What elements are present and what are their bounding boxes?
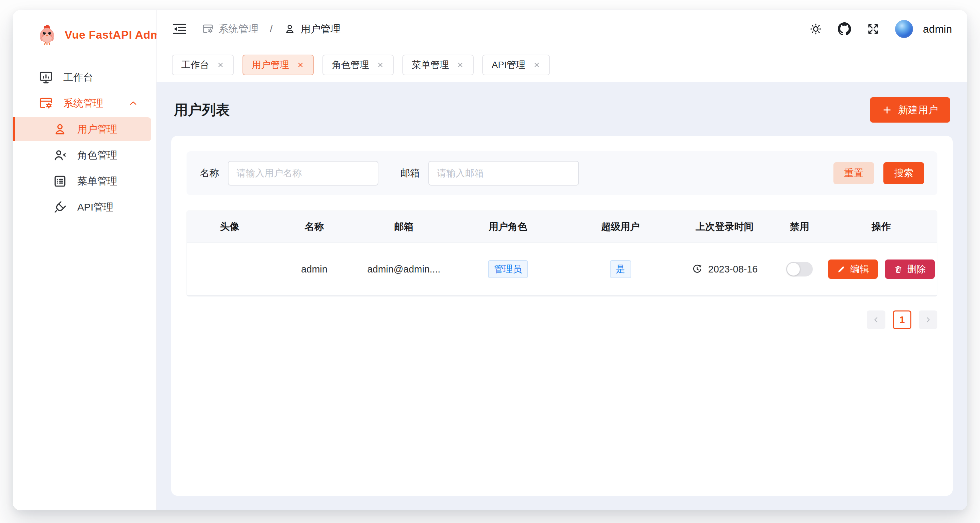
fullscreen-icon[interactable] xyxy=(866,22,880,36)
logo: Vue FastAPI Admin xyxy=(13,10,156,53)
table-row: admin admin@admin.... 管理员 是 xyxy=(187,243,937,296)
tab-api[interactable]: API管理 xyxy=(482,55,550,75)
col-disabled: 禁用 xyxy=(773,211,826,243)
sidebar-item-menus[interactable]: 菜单管理 xyxy=(13,169,151,193)
new-user-button[interactable]: 新建用户 xyxy=(870,97,950,122)
cell-superuser: 是 xyxy=(565,243,676,296)
plug-icon xyxy=(52,200,67,215)
breadcrumb-separator: / xyxy=(270,23,272,35)
name-filter-input[interactable] xyxy=(228,161,379,186)
plus-icon xyxy=(882,105,892,115)
breadcrumb-current-label: 用户管理 xyxy=(301,22,340,36)
col-role: 用户角色 xyxy=(451,211,565,243)
edit-button-label: 编辑 xyxy=(850,263,869,275)
tab-label: 角色管理 xyxy=(332,59,369,71)
window-gear-icon xyxy=(202,23,214,35)
role-tag: 管理员 xyxy=(488,260,528,278)
tab-label: API管理 xyxy=(492,59,525,71)
page-content: 用户列表 新建用户 名称 邮箱 重置 搜索 xyxy=(157,82,967,510)
monitor-icon xyxy=(39,70,53,84)
tabbar: 工作台 用户管理 角色管理 菜单管理 API管理 xyxy=(157,48,967,82)
chevron-left-icon xyxy=(872,315,880,324)
content-card: 名称 邮箱 重置 搜索 头像 名称 邮箱 用户角色 超级用户 xyxy=(171,136,953,496)
topbar: 系统管理 / 用户管理 xyxy=(157,10,967,48)
close-icon[interactable] xyxy=(376,61,384,69)
user-icon xyxy=(52,122,67,137)
tab-label: 工作台 xyxy=(181,59,209,71)
app-window: Vue FastAPI Admin 工作台 系统管理 xyxy=(13,10,967,510)
users-table: 头像 名称 邮箱 用户角色 超级用户 上次登录时间 禁用 操作 admin ad… xyxy=(186,211,937,296)
user-icon xyxy=(284,23,296,35)
disabled-toggle[interactable] xyxy=(786,262,813,277)
close-icon[interactable] xyxy=(533,61,541,69)
pagination: 1 xyxy=(186,310,937,329)
col-email: 邮箱 xyxy=(357,211,451,243)
pagination-next-button[interactable] xyxy=(919,310,937,329)
github-icon[interactable] xyxy=(838,22,851,36)
filter-panel: 名称 邮箱 重置 搜索 xyxy=(186,151,937,195)
sidebar-item-system[interactable]: 系统管理 xyxy=(13,91,151,115)
main-area: 系统管理 / 用户管理 xyxy=(157,10,967,510)
user-avatar[interactable] xyxy=(895,20,913,38)
chevron-up-icon xyxy=(128,98,138,109)
theme-sun-icon[interactable] xyxy=(809,22,822,36)
last-login-value: 2023-08-16 xyxy=(708,264,757,275)
topbar-actions: admin xyxy=(809,20,952,38)
chick-logo-icon xyxy=(37,24,58,45)
email-filter-label: 邮箱 xyxy=(400,167,420,180)
col-avatar: 头像 xyxy=(187,211,272,243)
cell-email: admin@admin.... xyxy=(357,243,451,296)
sidebar-item-label: API管理 xyxy=(77,200,113,214)
reset-button[interactable]: 重置 xyxy=(834,162,874,184)
tab-roles[interactable]: 角色管理 xyxy=(323,55,394,75)
close-icon[interactable] xyxy=(216,61,224,69)
table-header-row: 头像 名称 邮箱 用户角色 超级用户 上次登录时间 禁用 操作 xyxy=(187,211,937,243)
search-button[interactable]: 搜索 xyxy=(883,162,924,184)
page-title: 用户列表 xyxy=(174,100,230,119)
col-last-login: 上次登录时间 xyxy=(676,211,773,243)
cell-name: admin xyxy=(272,243,356,296)
role-icon xyxy=(52,148,67,162)
sidebar-item-workbench[interactable]: 工作台 xyxy=(13,65,151,89)
cell-actions: 编辑 删除 xyxy=(826,243,937,296)
sidebar: Vue FastAPI Admin 工作台 系统管理 xyxy=(13,10,157,510)
cell-disabled xyxy=(773,243,826,296)
cell-last-login: 2023-08-16 xyxy=(676,243,773,296)
sidebar-item-label: 工作台 xyxy=(63,71,93,84)
tab-workbench[interactable]: 工作台 xyxy=(172,55,234,75)
chevron-right-icon xyxy=(924,315,932,324)
sidebar-item-api[interactable]: API管理 xyxy=(13,195,151,219)
breadcrumb-current: 用户管理 xyxy=(284,22,340,36)
app-title: Vue FastAPI Admin xyxy=(65,28,171,41)
close-icon[interactable] xyxy=(457,61,465,69)
pagination-prev-button[interactable] xyxy=(867,310,885,329)
sidebar-item-roles[interactable]: 角色管理 xyxy=(13,143,151,167)
trash-icon xyxy=(894,265,903,274)
close-icon[interactable] xyxy=(296,61,304,69)
delete-button[interactable]: 删除 xyxy=(885,259,935,279)
breadcrumb-parent[interactable]: 系统管理 xyxy=(202,22,258,36)
breadcrumb: 系统管理 / 用户管理 xyxy=(202,22,340,36)
sidebar-item-users[interactable]: 用户管理 xyxy=(13,117,151,141)
pencil-icon xyxy=(837,265,846,274)
delete-button-label: 删除 xyxy=(907,263,926,275)
sidebar-item-label: 系统管理 xyxy=(63,97,103,110)
cell-role: 管理员 xyxy=(451,243,565,296)
window-gear-icon xyxy=(39,96,53,111)
email-filter-input[interactable] xyxy=(428,161,579,186)
new-user-button-label: 新建用户 xyxy=(898,103,938,117)
tab-label: 用户管理 xyxy=(252,59,289,71)
tab-users[interactable]: 用户管理 xyxy=(242,55,314,75)
superuser-tag: 是 xyxy=(610,260,631,278)
clock-history-icon xyxy=(692,264,703,275)
pagination-page-1[interactable]: 1 xyxy=(893,310,912,329)
name-filter-label: 名称 xyxy=(200,167,219,180)
cell-avatar xyxy=(187,243,272,296)
tab-menus[interactable]: 菜单管理 xyxy=(402,55,474,75)
col-actions: 操作 xyxy=(826,211,937,243)
tab-label: 菜单管理 xyxy=(412,59,449,71)
edit-button[interactable]: 编辑 xyxy=(828,259,878,279)
sidebar-collapse-icon[interactable] xyxy=(172,21,187,37)
sidebar-item-label: 角色管理 xyxy=(77,149,117,162)
username[interactable]: admin xyxy=(923,23,952,35)
